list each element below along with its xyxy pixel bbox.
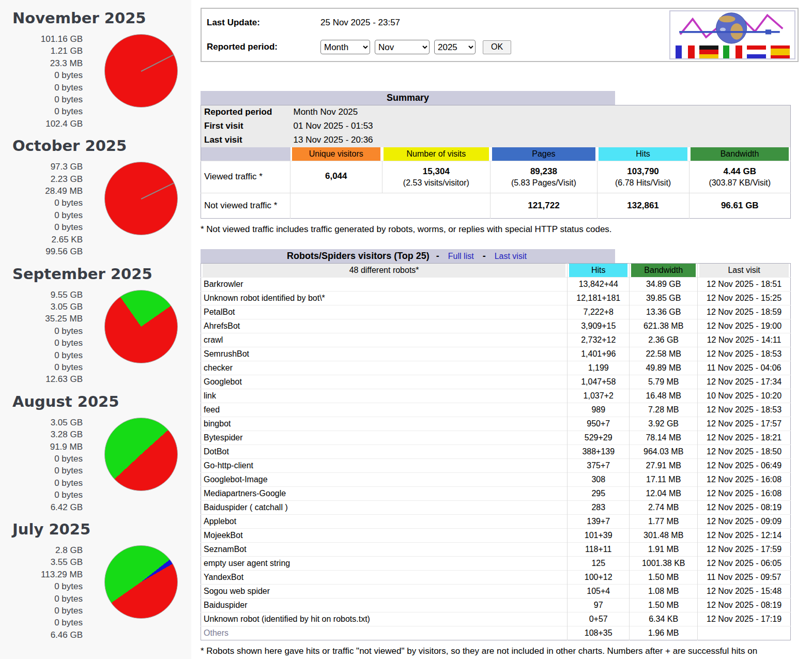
robot-row: Go-http-client 375+7 27.91 MB 12 Nov 202… [201, 458, 791, 472]
ok-button[interactable]: OK [483, 40, 511, 54]
robot-row: crawl 2,732+12 2.36 GB 12 Nov 2025 - 14:… [201, 333, 791, 347]
info-value: Month Nov 2025 [290, 105, 791, 119]
robot-hits: 108+35 [568, 626, 630, 640]
robot-name: SemrushBot [201, 347, 568, 361]
month-title: August 2025 [12, 393, 191, 410]
robot-last-visit: 12 Nov 2025 - 17:34 [698, 375, 791, 389]
summary-title: Summary [387, 93, 429, 103]
robot-hits: 1,401+96 [568, 347, 630, 361]
robot-hits: 295 [568, 486, 630, 500]
robot-last-visit: 11 Nov 2025 - 04:06 [698, 361, 791, 375]
month-value: 102.4 GB [0, 118, 83, 130]
robot-last-visit: 12 Nov 2025 - 19:00 [698, 319, 791, 333]
robot-hits: 139+7 [568, 514, 630, 528]
month-value: 0 bytes [0, 361, 83, 373]
reported-period-label: Reported period: [207, 42, 320, 52]
month-title: October 2025 [12, 137, 191, 155]
monthly-summary-sidebar: November 2025 101.16 GB1.21 GB23.3 MB0 b… [0, 0, 191, 659]
robot-last-visit: 12 Nov 2025 - 17:19 [698, 612, 791, 626]
period-year-select[interactable]: 2025 [434, 40, 476, 54]
month-value: 0 bytes [0, 82, 83, 94]
robot-row: Sogou web spider 105+4 1.08 MB 12 Nov 20… [201, 584, 791, 598]
robot-row: Others 108+35 1.96 MB [201, 626, 791, 640]
robot-last-visit: 12 Nov 2025 - 06:05 [698, 556, 791, 570]
robot-row: Baiduspider 97 1.50 MB 12 Nov 2025 - 08:… [201, 598, 791, 612]
robot-bandwidth: 6.34 KB [630, 612, 698, 626]
period-type-select[interactable]: Month [320, 40, 370, 54]
full-list-link[interactable]: Full list [448, 252, 474, 260]
month-values: 97.3 GB2.23 GB28.49 MB0 bytes0 bytes0 by… [0, 161, 83, 257]
last-update-label: Last Update: [207, 18, 320, 28]
robot-name: Applebot [201, 514, 568, 528]
robot-hits: 950+7 [568, 417, 630, 431]
month-value: 2.23 GB [0, 173, 83, 185]
robot-row: Applebot 139+7 1.77 MB 12 Nov 2025 - 09:… [201, 514, 791, 528]
month-value: 0 bytes [0, 325, 83, 337]
month-value: 0 bytes [0, 94, 83, 105]
robot-row: SeznamBot 118+11 1.91 MB 12 Nov 2025 - 1… [201, 542, 791, 556]
robots-table: 48 different robots* Hits Bandwidth Last… [201, 263, 791, 640]
robot-row: Googlebot 1,047+58 5.79 MB 12 Nov 2025 -… [201, 375, 791, 389]
italy-flag [723, 45, 742, 58]
pie-chart-wrap [104, 418, 178, 491]
robot-name: Barkrowler [201, 277, 568, 291]
month-value: 2.65 KB [0, 234, 83, 246]
month-value: 113.29 MB [0, 569, 83, 580]
month-value: 3.05 GB [0, 417, 83, 428]
robot-row: feed 989 7.28 MB 12 Nov 2025 - 18:53 [201, 403, 791, 417]
robot-bandwidth: 5.79 MB [630, 375, 698, 389]
last-visit-link[interactable]: Last visit [495, 252, 527, 260]
robot-hits: 375+7 [568, 458, 630, 472]
month-title: November 2025 [12, 9, 191, 27]
robot-last-visit: 12 Nov 2025 - 18:53 [698, 347, 791, 361]
month-value: 0 bytes [0, 605, 83, 617]
robot-name: PetalBot [201, 305, 568, 319]
robot-name: MojeekBot [201, 528, 568, 542]
robots-count-header: 48 different robots* [201, 263, 568, 277]
robot-last-visit: 12 Nov 2025 - 18:59 [698, 305, 791, 319]
month-value: 0 bytes [0, 580, 83, 592]
robot-name: empty user agent string [201, 556, 568, 570]
month-value: 12.63 GB [0, 373, 83, 385]
month-value: 1.21 GB [0, 45, 83, 57]
month-body: 97.3 GB2.23 GB28.49 MB0 bytes0 bytes0 by… [0, 161, 191, 257]
robot-row: Unknown robot (identified by hit on robo… [201, 612, 791, 626]
robot-hits: 0+57 [568, 612, 630, 626]
month-value: 0 bytes [0, 593, 83, 605]
robot-bandwidth: 78.14 MB [630, 431, 698, 445]
robot-hits: 13,842+44 [568, 277, 630, 291]
robot-bandwidth: 49.89 MB [630, 361, 698, 375]
month-values: 101.16 GB1.21 GB23.3 MB0 bytes0 bytes0 b… [0, 33, 83, 130]
robot-row: Bytespider 529+29 78.14 MB 12 Nov 2025 -… [201, 431, 791, 445]
robot-name: Go-http-client [201, 458, 568, 472]
not-viewed-traffic-row: Not viewed traffic * 121,722 132,861 96.… [201, 193, 791, 218]
month-value: 101.16 GB [0, 33, 83, 45]
robot-row: checker 1,199 49.89 MB 11 Nov 2025 - 04:… [201, 361, 791, 375]
number-of-visits-header: Number of visits [382, 147, 491, 161]
robot-last-visit: 11 Nov 2025 - 09:57 [698, 570, 791, 584]
robot-bandwidth: 964.03 MB [630, 445, 698, 458]
robot-last-visit: 12 Nov 2025 - 16:08 [698, 472, 791, 486]
robot-name: crawl [201, 333, 568, 347]
robot-bandwidth: 1.96 MB [630, 626, 698, 640]
month-value: 0 bytes [0, 349, 83, 361]
robot-name: bingbot [201, 417, 568, 431]
info-value: 01 Nov 2025 - 01:53 [290, 119, 791, 133]
robots-title-bar: Robots/Spiders visitors (Top 25) - Full … [201, 249, 615, 263]
month-block: July 2025 2.8 GB3.55 GB113.29 MB0 bytes0… [0, 513, 191, 641]
period-month-select[interactable]: Nov [375, 40, 430, 54]
month-value: 0 bytes [0, 453, 83, 465]
robot-bandwidth: 1001.38 KB [630, 556, 698, 570]
robot-row: SemrushBot 1,401+96 22.58 MB 12 Nov 2025… [201, 347, 791, 361]
robot-name: Unknown robot (identified by hit on robo… [201, 612, 568, 626]
robot-bandwidth: 17.11 MB [630, 472, 698, 486]
robot-hits: 3,909+15 [568, 319, 630, 333]
month-value: 23.3 MB [0, 57, 83, 69]
month-block: August 2025 3.05 GB3.28 GB91.9 MB0 bytes… [0, 386, 191, 513]
germany-flag [699, 45, 718, 58]
month-values: 2.8 GB3.55 GB113.29 MB0 bytes0 bytes0 by… [0, 544, 83, 641]
robot-row: YandexBot 100+12 1.50 MB 11 Nov 2025 - 0… [201, 570, 791, 584]
robot-hits: 97 [568, 598, 630, 612]
awstats-logo [669, 10, 795, 59]
robot-row: Barkrowler 13,842+44 34.89 GB 12 Nov 202… [201, 277, 791, 291]
